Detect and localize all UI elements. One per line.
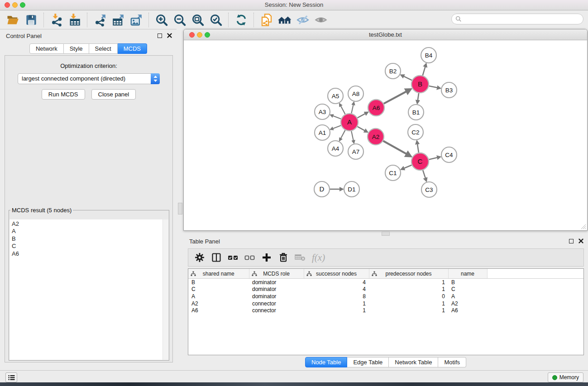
mcds-result-list[interactable]: A2ABCA6 — [10, 219, 168, 360]
tab-style[interactable]: Style — [64, 43, 89, 54]
mcds-result-item[interactable]: C — [12, 243, 168, 250]
column-header-name[interactable]: name — [448, 269, 487, 279]
mcds-result-item[interactable]: A — [12, 228, 168, 235]
table-cell[interactable]: 1 — [369, 286, 448, 293]
zoom-in-button[interactable] — [154, 12, 169, 28]
column-header-mcds-role[interactable]: MCDS role — [249, 269, 304, 279]
network-canvas[interactable]: ABCA2A6A1A3A4A5A7A8B1B2B3B4C1C2C3C4DD1 — [184, 40, 587, 230]
table-cell[interactable]: A6 — [188, 307, 249, 314]
float-panel-icon[interactable] — [158, 33, 162, 38]
duplicate-network-button[interactable] — [259, 12, 274, 28]
export-network-button[interactable] — [92, 12, 108, 28]
close-table-panel-icon[interactable] — [578, 238, 583, 243]
float-table-panel-icon[interactable] — [569, 239, 574, 243]
graph-edge-C-C4[interactable] — [429, 157, 437, 159]
close-window-button[interactable] — [5, 2, 10, 8]
show-graphics-details-button[interactable] — [313, 12, 329, 28]
table-cell[interactable]: 1 — [304, 307, 369, 314]
table-cell[interactable]: dominator — [249, 279, 304, 286]
node-table[interactable]: shared nameMCDS rolesuccessor nodesprede… — [188, 268, 584, 355]
tab-network[interactable]: Network — [29, 43, 64, 54]
table-cell[interactable]: 1 — [369, 307, 448, 314]
close-panel-icon[interactable] — [167, 33, 172, 38]
graph-edge-C-C1[interactable] — [404, 165, 411, 168]
vertical-splitter-grip[interactable] — [178, 203, 182, 214]
graph-edge-A6-B[interactable] — [384, 91, 407, 104]
table-cell[interactable]: 4 — [304, 279, 369, 286]
table-cell[interactable]: B — [448, 279, 487, 286]
table-row[interactable]: A2connector11A2 — [188, 300, 583, 307]
table-row[interactable]: Cdominator41C — [188, 286, 583, 293]
network-window-titlebar[interactable]: testGlobe.txt — [184, 29, 587, 40]
graph-edge-A-A7[interactable] — [351, 131, 354, 141]
close-panel-button[interactable]: Close panel — [91, 89, 136, 100]
column-header-successor-nodes[interactable]: successor nodes — [304, 269, 369, 279]
table-cell[interactable]: connector — [249, 300, 304, 307]
table-cell[interactable]: 1 — [369, 300, 448, 307]
show-columns-button[interactable] — [210, 251, 223, 264]
search-input[interactable] — [464, 15, 579, 23]
network-minimize-button[interactable] — [197, 32, 202, 38]
network-close-button[interactable] — [189, 32, 195, 38]
deselect-all-columns-button[interactable] — [243, 251, 257, 264]
graph-edge-B-B2[interactable] — [403, 76, 411, 80]
graph-edge-A-A6[interactable] — [358, 114, 366, 118]
table-cell[interactable]: A2 — [188, 300, 249, 307]
zoom-fit-button[interactable] — [190, 12, 206, 28]
mcds-result-item[interactable]: B — [12, 235, 168, 243]
search-box[interactable] — [451, 14, 583, 24]
table-cell[interactable]: B — [188, 279, 249, 286]
tab-select[interactable]: Select — [89, 43, 118, 54]
table-cell[interactable]: 1 — [304, 300, 369, 307]
table-cell[interactable]: dominator — [249, 286, 304, 293]
table-cell[interactable]: dominator — [249, 293, 304, 300]
table-row[interactable]: Adominator80A — [188, 293, 583, 300]
home-overview-button[interactable] — [277, 12, 292, 28]
graph-edge-B-B1[interactable] — [418, 93, 419, 100]
tab-motifs[interactable]: Motifs — [438, 357, 466, 367]
zoom-selected-button[interactable] — [208, 12, 224, 28]
graph-edge-A-A5[interactable] — [341, 106, 345, 114]
graph-edge-A-A8[interactable] — [351, 105, 353, 113]
graph-edge-B-B3[interactable] — [429, 86, 438, 88]
save-session-button[interactable] — [24, 12, 39, 28]
tab-node-table[interactable]: Node Table — [305, 357, 348, 367]
result-scrollbar[interactable] — [163, 219, 168, 360]
hide-graphics-details-button[interactable] — [295, 12, 311, 28]
graph-edge-A-A2[interactable] — [358, 127, 365, 131]
tab-network-table[interactable]: Network Table — [389, 357, 438, 367]
table-cell[interactable]: 0 — [369, 293, 448, 300]
criterion-select[interactable]: largest connected component (directed) — [18, 73, 160, 84]
export-table-button[interactable] — [110, 12, 126, 28]
select-all-columns-button[interactable] — [226, 251, 240, 264]
table-cell[interactable]: 4 — [304, 286, 369, 293]
network-graph[interactable]: ABCA2A6A1A3A4A5A7A8B1B2B3B4C1C2C3C4DD1 — [184, 40, 587, 230]
table-cell[interactable]: 8 — [304, 293, 369, 300]
import-network-button[interactable] — [49, 12, 64, 28]
export-image-button[interactable] — [129, 12, 144, 28]
memory-button[interactable]: Memory — [548, 372, 583, 382]
table-cell[interactable]: A — [188, 293, 249, 300]
open-session-button[interactable] — [5, 12, 21, 28]
table-row[interactable]: A6connector11A6 — [188, 307, 583, 314]
graph-edge-A2-C[interactable] — [383, 141, 407, 154]
graph-edge-B-B4[interactable] — [423, 67, 425, 76]
zoom-window-button[interactable] — [20, 2, 25, 8]
graph-edge-A-A1[interactable] — [333, 125, 341, 129]
minimize-window-button[interactable] — [12, 2, 18, 8]
refresh-layout-button[interactable] — [234, 12, 249, 28]
table-cell[interactable]: 1 — [369, 279, 448, 286]
create-column-button[interactable] — [260, 251, 273, 264]
resize-grip-icon[interactable] — [580, 224, 586, 229]
network-zoom-button[interactable] — [205, 32, 210, 38]
run-mcds-button[interactable]: Run MCDS — [42, 89, 85, 100]
table-cell[interactable]: A6 — [448, 307, 487, 314]
table-cell[interactable]: C — [188, 286, 249, 293]
graph-edge-A-A4[interactable] — [341, 130, 345, 139]
table-cell[interactable]: A — [448, 293, 487, 300]
zoom-out-button[interactable] — [172, 12, 187, 28]
table-settings-button[interactable] — [193, 251, 206, 264]
table-cell[interactable]: connector — [249, 307, 304, 314]
column-header-predecessor-nodes[interactable]: predecessor nodes — [369, 269, 448, 279]
import-table-button[interactable] — [67, 12, 82, 28]
